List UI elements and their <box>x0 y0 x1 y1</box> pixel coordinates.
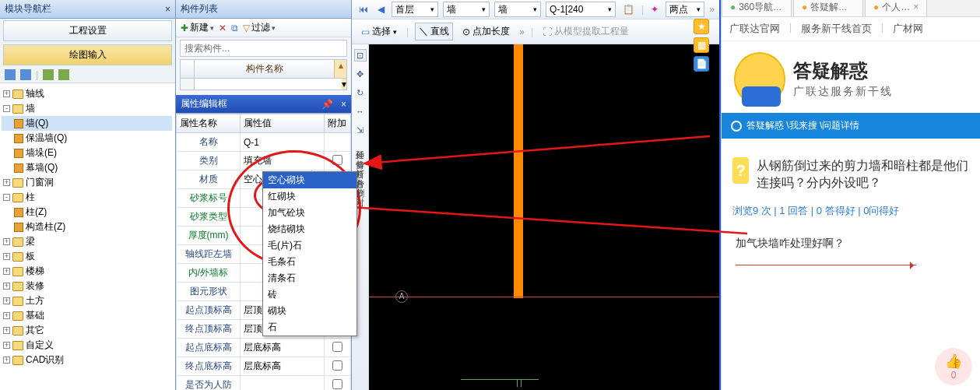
wall-element-right[interactable] <box>518 44 523 298</box>
expand-icon[interactable]: + <box>3 357 10 364</box>
property-close-icon[interactable]: × <box>341 99 346 110</box>
prop-extra-checkbox[interactable] <box>332 360 342 371</box>
tree-item[interactable]: 幕墙(Q) <box>2 160 172 175</box>
project-settings-button[interactable]: 工程设置 <box>3 20 172 41</box>
browser-tab[interactable]: ●个人…× <box>865 0 927 16</box>
material-dropdown[interactable]: 空心砌块红砌块加气砼块烧结砌块毛(片)石毛条石清条石砖砌块石 <box>262 171 357 336</box>
side-tool-zoom-icon[interactable]: ⊡ <box>354 49 367 61</box>
dropdown-option[interactable]: 空心砌块 <box>263 172 357 188</box>
dropdown-option[interactable]: 烧结砌块 <box>263 221 357 237</box>
expand-icon[interactable]: - <box>3 105 10 112</box>
prop-value-cell[interactable] <box>241 339 325 357</box>
expand-icon[interactable]: + <box>3 253 10 260</box>
filter-button[interactable]: ▽过滤▾ <box>243 21 276 34</box>
line-button[interactable]: ＼直线 <box>415 23 453 40</box>
grid-scroll-down-icon[interactable]: ▾ <box>342 79 346 90</box>
dropdown-option[interactable]: 清条石 <box>263 270 357 286</box>
tree-item[interactable]: +装修 <box>2 279 172 293</box>
link-material[interactable]: 广材网 <box>893 22 923 36</box>
floor-select[interactable]: 首层▾ <box>392 2 438 17</box>
tree-item[interactable]: 墙(Q) <box>2 116 172 131</box>
browser-tab[interactable]: ●360导航_新一…× <box>722 0 792 16</box>
side-btn-doc-icon[interactable]: 📄 <box>694 56 709 72</box>
category1-select[interactable]: 墙▾ <box>443 2 490 17</box>
delete-icon[interactable]: ✕ <box>219 23 227 33</box>
expand-icon[interactable]: + <box>3 312 10 319</box>
prop-value-cell[interactable] <box>241 357 325 376</box>
mode-icon[interactable]: ✦ <box>648 3 661 16</box>
tree-item[interactable]: -墙 <box>2 101 172 116</box>
tree-item[interactable]: 构造柱(Z) <box>2 220 172 234</box>
floor-nav-prev-icon[interactable]: ◀ <box>375 3 387 16</box>
prop-extra-cell[interactable] <box>325 376 351 391</box>
dropdown-option[interactable]: 石 <box>263 319 357 336</box>
tree-item[interactable]: +基础 <box>2 308 172 323</box>
side-btn-star-icon[interactable]: ★ <box>694 19 709 34</box>
toolbar-more-icon[interactable]: » <box>709 4 715 15</box>
point-length-button[interactable]: ⊙点加长度 <box>459 23 513 40</box>
dropdown-option[interactable]: 毛条石 <box>263 254 357 270</box>
prop-value-input[interactable] <box>244 343 321 353</box>
link-service[interactable]: 服务新干线首页 <box>801 22 872 36</box>
tree-item[interactable]: +土方 <box>2 293 172 308</box>
expand-icon[interactable]: + <box>3 327 10 334</box>
prop-extra-checkbox[interactable] <box>332 155 342 165</box>
prop-value-cell[interactable] <box>241 133 325 152</box>
dropdown-option[interactable]: 毛(片)石 <box>263 237 357 254</box>
browser-tab[interactable]: ●答疑解惑_广联…× <box>793 0 863 16</box>
tree-item[interactable]: 墙垛(E) <box>2 146 172 160</box>
tree-item[interactable]: 柱(Z) <box>2 205 172 220</box>
prop-extra-checkbox[interactable] <box>332 342 342 352</box>
drawing-viewport[interactable]: A <box>369 44 719 390</box>
tree-item[interactable]: +门窗洞 <box>2 175 172 190</box>
breadcrumb[interactable]: 答疑解惑 \我来搜 \问题详情 <box>722 113 980 139</box>
prop-icon[interactable]: 📋 <box>620 3 637 16</box>
tree-item[interactable]: 保温墙(Q) <box>2 131 172 146</box>
nav-tool-3-icon[interactable] <box>43 69 54 80</box>
search-input[interactable] <box>180 40 347 57</box>
copy-icon[interactable]: ⧉ <box>231 23 238 33</box>
side-tool-mirror-icon[interactable]: ↔ <box>354 105 367 118</box>
tree-item[interactable]: +板 <box>2 249 172 264</box>
component-grid[interactable]: 构件名称 ▴ ▾ <box>180 59 347 90</box>
dropdown-option[interactable]: 砖 <box>263 286 357 303</box>
tree-item[interactable]: +轴线 <box>2 86 172 101</box>
floor-nav-first-icon[interactable]: ⏮ <box>357 3 371 16</box>
nav-tool-2-icon[interactable] <box>20 69 31 80</box>
expand-icon[interactable]: + <box>3 238 10 245</box>
expand-icon[interactable]: + <box>3 179 10 186</box>
question-card[interactable]: ? 从钢筋倒过来的剪力墙和暗柱都是他们连接吗？分内外设吧？ <box>732 157 969 191</box>
tree-item[interactable]: +自定义 <box>2 338 172 353</box>
extract-button[interactable]: ⛶从模型提取工程量 <box>539 23 632 40</box>
draw-mode-select[interactable]: 两点▾ <box>666 2 704 17</box>
nav-tree[interactable]: +轴线-墙墙(Q)保温墙(Q)墙垛(E)幕墙(Q)+门窗洞-柱柱(Z)构造柱(Z… <box>0 83 175 390</box>
nav-close-icon[interactable]: × <box>165 4 170 15</box>
component-row-cell[interactable] <box>195 79 342 90</box>
component-select[interactable]: Q-1[240▾ <box>546 2 616 17</box>
nav-tool-4-icon[interactable] <box>58 69 69 80</box>
prop-extra-checkbox[interactable] <box>332 379 342 389</box>
tree-item[interactable]: +CAD识别 <box>2 353 172 367</box>
draw-more-icon[interactable]: » <box>519 26 525 37</box>
expand-icon[interactable]: + <box>3 297 10 304</box>
expand-icon[interactable]: - <box>3 194 10 201</box>
like-button[interactable]: 👍 0 <box>935 348 972 385</box>
side-tool-rotate-icon[interactable]: ↻ <box>354 86 367 99</box>
expand-icon[interactable]: + <box>3 283 10 290</box>
side-tool-more-icon[interactable]: ⇲ <box>354 124 367 136</box>
prop-extra-cell[interactable] <box>325 357 351 376</box>
prop-value-cell[interactable] <box>241 376 325 391</box>
prop-value-cell[interactable] <box>241 152 325 170</box>
dropdown-option[interactable]: 砌块 <box>263 303 357 319</box>
new-button[interactable]: ✚新建▾ <box>181 21 214 34</box>
link-official[interactable]: 广联达官网 <box>729 22 780 36</box>
prop-extra-cell[interactable] <box>325 152 351 170</box>
prop-extra-cell[interactable] <box>325 339 351 357</box>
dropdown-option[interactable]: 加气砼块 <box>263 205 357 221</box>
select-button[interactable]: ▭选择▾ <box>358 23 400 40</box>
prop-value-input[interactable] <box>244 361 321 372</box>
tree-item[interactable]: +楼梯 <box>2 264 172 279</box>
grid-scroll-up-icon[interactable]: ▴ <box>334 60 346 78</box>
tree-item[interactable]: +其它 <box>2 323 172 338</box>
side-btn-square-icon[interactable]: ▦ <box>694 37 709 53</box>
